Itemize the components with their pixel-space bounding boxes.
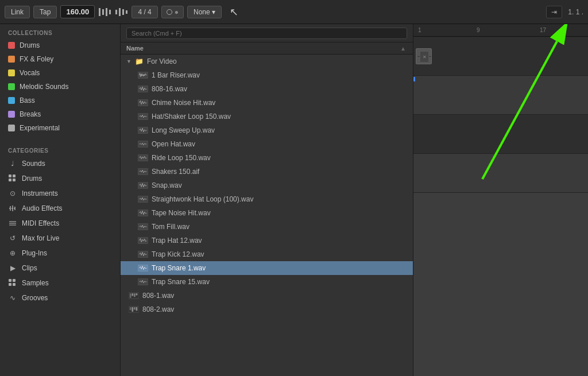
search-input[interactable] bbox=[126, 28, 407, 39]
list-item[interactable]: Straightwonk Hat Loop (100).wav bbox=[121, 192, 413, 206]
sidebar-item-instruments[interactable]: ⊙ Instruments bbox=[0, 186, 120, 201]
sounds-icon: ♩ bbox=[8, 159, 17, 168]
sidebar-item-drums-collection[interactable]: Drums bbox=[0, 38, 120, 52]
list-item[interactable]: 1 Bar Riser.wav bbox=[121, 68, 413, 82]
main-layout: Collections Drums FX & Foley Vocals Melo… bbox=[0, 24, 588, 376]
list-item-selected[interactable]: Trap Snare 1.wav bbox=[121, 261, 413, 275]
grooves-icon: ∿ bbox=[8, 293, 17, 303]
list-item[interactable]: Ride Loop 150.wav bbox=[121, 151, 413, 165]
svg-rect-54 bbox=[131, 307, 133, 312]
timeline-marker-17: 17 bbox=[540, 27, 546, 33]
audio-file-icon bbox=[138, 99, 148, 107]
file-label: Ride Loop 150.wav bbox=[152, 154, 211, 162]
none-button[interactable]: None ▾ bbox=[187, 6, 222, 18]
sidebar-item-clips[interactable]: ▶ Clips bbox=[0, 261, 120, 276]
track-1-clip[interactable]: ✕ bbox=[416, 48, 432, 64]
file-label: 808-16.wav bbox=[152, 85, 187, 93]
track-3 bbox=[413, 115, 588, 154]
sidebar-item-samples[interactable]: Samples bbox=[0, 276, 120, 290]
sidebar-item-breaks[interactable]: Breaks bbox=[0, 107, 120, 121]
sidebar-item-grooves[interactable]: ∿ Grooves bbox=[0, 290, 120, 305]
sidebar-item-vocals[interactable]: Vocals bbox=[0, 66, 120, 80]
svg-rect-2 bbox=[9, 179, 11, 181]
file-label: 1 Bar Riser.wav bbox=[152, 71, 200, 79]
list-item[interactable]: Tom Fill.wav bbox=[121, 220, 413, 234]
sidebar-label-plug-ins: Plug-Ins bbox=[22, 249, 47, 257]
melodic-sounds-color-dot bbox=[8, 83, 15, 90]
sidebar-label-bass: Bass bbox=[20, 96, 35, 104]
file-label: Shakers 150.aif bbox=[152, 168, 199, 176]
list-item[interactable]: Hat/Shaker Loop 150.wav bbox=[121, 110, 413, 123]
file-label: 808-2.wav bbox=[142, 305, 174, 313]
browser-folder-for-video[interactable]: ▼ 📁 For Video bbox=[121, 55, 413, 68]
list-item[interactable]: Snap.wav bbox=[121, 179, 413, 192]
sidebar-label-instruments: Instruments bbox=[22, 189, 58, 197]
file-label: Trap Snare 1.wav bbox=[152, 264, 206, 272]
midi-effects-icon bbox=[8, 219, 17, 228]
sidebar-item-plug-ins[interactable]: ⊕ Plug-Ins bbox=[0, 246, 120, 261]
bass-color-dot bbox=[8, 97, 15, 104]
bar-icon-left bbox=[98, 8, 111, 16]
svg-rect-48 bbox=[130, 293, 131, 298]
list-item[interactable]: Open Hat.wav bbox=[121, 137, 413, 151]
svg-rect-51 bbox=[136, 293, 138, 296]
file-label: Trap Snare 15.wav bbox=[152, 278, 210, 286]
record-button[interactable]: ● bbox=[161, 6, 184, 18]
sidebar-label-midi-effects: MIDI Effects bbox=[22, 219, 59, 227]
max-for-live-icon: ↺ bbox=[8, 234, 17, 243]
audio-file-icon bbox=[138, 278, 148, 286]
file-label: Snap.wav bbox=[152, 181, 182, 189]
fx-foley-color-dot bbox=[8, 56, 15, 63]
sidebar-label-melodic-sounds: Melodic Sounds bbox=[20, 83, 68, 91]
list-item[interactable]: Trap Hat 12.wav bbox=[121, 234, 413, 247]
sidebar-label-samples: Samples bbox=[22, 279, 49, 287]
sidebar-item-audio-effects[interactable]: Audio Effects bbox=[0, 201, 120, 216]
sidebar-label-audio-effects: Audio Effects bbox=[22, 204, 63, 212]
none-label: None bbox=[194, 8, 210, 16]
cursor-icon: ↖ bbox=[225, 6, 242, 18]
record-label: ● bbox=[175, 8, 179, 16]
list-item[interactable]: Trap Snare 15.wav bbox=[121, 275, 413, 289]
audio-file-icon bbox=[138, 85, 148, 93]
drums-color-dot bbox=[8, 42, 15, 49]
sidebar-item-midi-effects[interactable]: MIDI Effects bbox=[0, 216, 120, 231]
vocals-color-dot bbox=[8, 69, 15, 76]
go-to-start-button[interactable]: ⇥ bbox=[546, 6, 562, 18]
list-item[interactable]: Trap Kick 12.wav bbox=[121, 247, 413, 261]
tap-button[interactable]: Tap bbox=[33, 6, 57, 18]
sidebar-item-bass[interactable]: Bass bbox=[0, 94, 120, 107]
track-1: ✕ bbox=[413, 37, 588, 76]
track-2 bbox=[413, 76, 588, 115]
list-item[interactable]: 808-2.wav bbox=[121, 303, 413, 316]
file-label: Long Sweep Up.wav bbox=[152, 126, 215, 134]
track-4 bbox=[413, 154, 588, 193]
sidebar-label-sounds: Sounds bbox=[22, 160, 45, 168]
sidebar-item-melodic-sounds[interactable]: Melodic Sounds bbox=[0, 80, 120, 94]
list-item[interactable]: 808-1.wav bbox=[121, 289, 413, 303]
bpm-display[interactable]: 160.00 bbox=[60, 5, 95, 18]
file-label: 808-1.wav bbox=[142, 292, 174, 300]
sidebar-label-clips: Clips bbox=[22, 264, 37, 272]
link-button[interactable]: Link bbox=[5, 6, 30, 18]
sidebar-item-sounds[interactable]: ♩ Sounds bbox=[0, 156, 120, 171]
list-item[interactable]: Shakers 150.aif bbox=[121, 165, 413, 179]
list-item[interactable]: Tape Noise Hit.wav bbox=[121, 206, 413, 220]
audio-effects-icon bbox=[8, 204, 17, 213]
sidebar-label-drums-cat: Drums bbox=[22, 175, 42, 183]
bar-icon-right bbox=[115, 8, 128, 16]
list-item[interactable]: 808-16.wav bbox=[121, 82, 413, 96]
sidebar-item-max-for-live[interactable]: ↺ Max for Live bbox=[0, 231, 120, 246]
audio-file-icon bbox=[138, 250, 148, 258]
sidebar-item-drums-cat[interactable]: Drums bbox=[0, 171, 120, 186]
audio-file-icon bbox=[138, 154, 148, 162]
sidebar-item-fx-foley[interactable]: FX & Foley bbox=[0, 52, 120, 66]
file-label: Trap Kick 12.wav bbox=[152, 250, 204, 258]
list-item[interactable]: Chime Noise Hit.wav bbox=[121, 96, 413, 110]
list-item[interactable]: Long Sweep Up.wav bbox=[121, 123, 413, 137]
sidebar-item-experimental[interactable]: Experimental bbox=[0, 121, 120, 135]
file-browser: Name ▲ ▼ 📁 For Video bbox=[121, 24, 413, 376]
breaks-color-dot bbox=[8, 111, 15, 118]
svg-rect-13 bbox=[9, 279, 11, 282]
time-sig-button[interactable]: 4 / 4 bbox=[131, 6, 157, 18]
svg-rect-15 bbox=[9, 283, 11, 286]
